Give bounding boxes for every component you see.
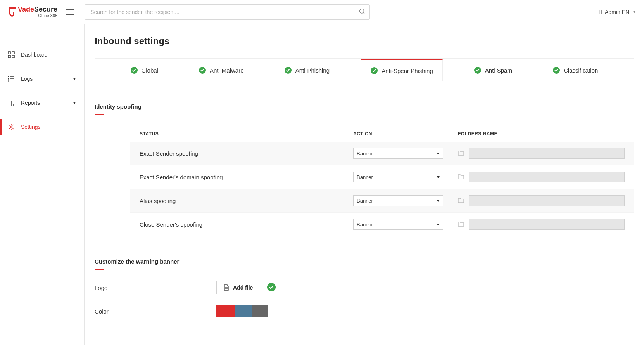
chevron-down-icon: ▼ <box>632 10 636 14</box>
tab-label: Classification <box>564 67 598 74</box>
folder-input <box>469 195 625 206</box>
tab-global[interactable]: Global <box>121 59 167 81</box>
col-status: STATUS <box>140 131 353 137</box>
folder-icon <box>458 221 464 228</box>
svg-rect-1 <box>66 12 74 12</box>
check-circle-icon <box>553 67 560 74</box>
check-circle-icon <box>371 67 378 74</box>
add-file-label: Add file <box>233 284 253 291</box>
color-swatch-blue[interactable] <box>235 305 252 317</box>
section-identity-spoofing: Identity spoofing STATUS ACTION FOLDERS … <box>95 103 634 236</box>
svg-rect-8 <box>12 55 14 58</box>
col-folders: FOLDERS NAME <box>458 131 625 137</box>
svg-point-3 <box>360 9 364 13</box>
folder-input <box>469 172 625 182</box>
status-label: Exact Sender spoofing <box>140 150 353 157</box>
table-row: Close Sender's spoofing Banner <box>130 213 634 236</box>
tab-anti-phishing[interactable]: Anti-Phishing <box>275 59 339 81</box>
search-icon <box>359 8 365 16</box>
add-file-button[interactable]: Add file <box>216 281 260 294</box>
brand-text-suffix: Secure <box>34 5 57 13</box>
tab-label: Anti-Spam <box>485 67 512 74</box>
sidebar-item-settings[interactable]: Settings <box>0 115 84 139</box>
table-row: Exact Sender's domain spoofing Banner <box>130 165 634 189</box>
main-content: Inbound settings Global Anti-Malware Ant… <box>85 24 644 345</box>
page-title: Inbound settings <box>95 36 634 59</box>
tab-classification[interactable]: Classification <box>544 59 607 81</box>
search-input[interactable] <box>85 4 370 20</box>
svg-rect-5 <box>8 52 10 54</box>
logo-label: Logo <box>95 284 216 291</box>
status-label: Exact Sender's domain spoofing <box>140 174 353 180</box>
action-select[interactable]: Banner <box>353 148 443 159</box>
check-circle-icon <box>267 283 276 293</box>
svg-point-9 <box>8 76 9 77</box>
action-select[interactable]: Banner <box>353 219 443 230</box>
action-select[interactable]: Banner <box>353 172 443 182</box>
table-header: STATUS ACTION FOLDERS NAME <box>130 126 634 142</box>
identity-table: STATUS ACTION FOLDERS NAME Exact Sender … <box>130 126 634 236</box>
status-label: Alias spoofing <box>140 198 353 204</box>
tab-anti-spear-phishing[interactable]: Anti-Spear Phishing <box>361 59 443 81</box>
logo-row: Logo Add file <box>95 281 634 294</box>
action-select[interactable]: Banner <box>353 195 443 206</box>
chevron-down-icon: ▼ <box>73 77 76 81</box>
color-swatches <box>216 305 268 317</box>
tab-anti-malware[interactable]: Anti-Malware <box>190 59 253 81</box>
tab-label: Global <box>142 67 158 74</box>
sidebar: Dashboard Logs ▼ Reports ▼ Settings <box>0 24 85 345</box>
brand-text-prefix: Vade <box>18 5 34 13</box>
col-action: ACTION <box>353 131 458 137</box>
menu-toggle-button[interactable] <box>66 9 74 15</box>
svg-rect-7 <box>8 55 10 58</box>
color-swatch-gray[interactable] <box>252 305 268 317</box>
table-row: Exact Sender spoofing Banner <box>130 142 634 165</box>
topbar: VadeSecure Office 365 Hi Admin EN ▼ <box>0 0 644 24</box>
sidebar-item-label: Logs <box>21 76 33 82</box>
check-circle-icon <box>285 67 292 74</box>
sidebar-item-reports[interactable]: Reports ▼ <box>0 91 84 115</box>
svg-rect-6 <box>12 52 14 54</box>
section-title: Identity spoofing <box>95 103 142 112</box>
color-row: Color <box>95 305 634 317</box>
list-icon <box>8 75 15 82</box>
check-circle-icon <box>131 67 138 74</box>
tabs: Global Anti-Malware Anti-Phishing Anti-S… <box>95 59 634 81</box>
sidebar-item-dashboard[interactable]: Dashboard <box>0 43 84 67</box>
folder-icon <box>458 174 464 180</box>
bar-chart-icon <box>8 99 15 106</box>
section-underline <box>95 269 104 270</box>
svg-point-18 <box>10 126 12 128</box>
hamburger-icon <box>66 9 74 15</box>
gear-icon <box>8 123 15 130</box>
user-menu[interactable]: Hi Admin EN ▼ <box>599 9 636 15</box>
svg-rect-0 <box>66 9 74 10</box>
file-icon <box>224 284 229 291</box>
folder-icon <box>458 150 464 157</box>
sidebar-item-label: Reports <box>21 100 40 106</box>
check-circle-icon <box>474 67 481 74</box>
section-warning-banner: Customize the warning banner Logo Add fi… <box>95 258 634 317</box>
brand-logo: VadeSecure Office 365 <box>8 6 57 18</box>
tab-anti-spam[interactable]: Anti-Spam <box>465 59 521 81</box>
folder-icon <box>458 198 464 204</box>
folder-input <box>469 219 625 230</box>
check-circle-icon <box>199 67 206 74</box>
sidebar-item-label: Dashboard <box>21 52 48 58</box>
sidebar-item-logs[interactable]: Logs ▼ <box>0 67 84 91</box>
chevron-down-icon: ▼ <box>73 101 76 105</box>
tab-label: Anti-Phishing <box>295 67 330 74</box>
svg-point-11 <box>8 78 9 79</box>
svg-rect-2 <box>66 14 74 15</box>
tab-label: Anti-Spear Phishing <box>382 68 433 74</box>
user-label: Hi Admin EN <box>599 9 629 15</box>
brand-subtext: Office 365 <box>18 13 57 18</box>
section-title: Customize the warning banner <box>95 258 179 267</box>
color-swatch-red[interactable] <box>216 305 235 317</box>
status-label: Close Sender's spoofing <box>140 221 353 228</box>
tab-label: Anti-Malware <box>210 67 244 74</box>
table-row: Alias spoofing Banner <box>130 189 634 213</box>
svg-line-4 <box>363 12 365 14</box>
dashboard-icon <box>8 51 15 58</box>
sidebar-item-label: Settings <box>21 124 41 130</box>
